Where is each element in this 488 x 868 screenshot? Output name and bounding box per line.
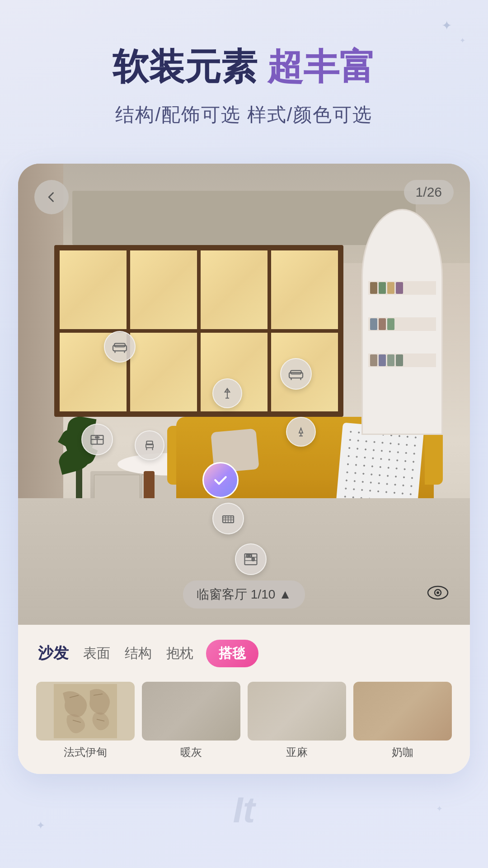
book-spine <box>379 318 386 330</box>
svg-point-14 <box>98 437 99 438</box>
hotspot-cabinet[interactable] <box>81 424 113 455</box>
book-spine <box>387 282 394 294</box>
window-area <box>54 245 343 417</box>
counter-text: 1/26 <box>416 184 442 199</box>
window-pane <box>128 331 199 413</box>
counter-badge: 1/26 <box>404 180 454 204</box>
table-lamp-icon <box>294 425 308 439</box>
svg-rect-31 <box>249 555 252 557</box>
window-pane <box>128 249 199 331</box>
shelf-row <box>368 354 436 367</box>
book-spine <box>387 318 394 330</box>
svg-rect-32 <box>252 558 254 561</box>
floor-lamp-icon <box>220 386 235 401</box>
sparkle-bottom-right-icon: ✦ <box>436 804 443 814</box>
svg-point-13 <box>95 437 97 438</box>
tab-surface[interactable]: 表面 <box>81 641 112 666</box>
bookshelf <box>361 209 443 435</box>
hotspot-sofa-1[interactable] <box>104 331 136 363</box>
swatch-row: 法式伊甸 暖灰 亚麻 奶咖 <box>36 682 452 760</box>
window-pane <box>58 249 128 331</box>
swatch-label-linen: 亚麻 <box>248 745 346 760</box>
swatch-label-warm-gray: 暖灰 <box>142 745 240 760</box>
rug-icon <box>220 510 236 527</box>
scene-label[interactable]: 临窗客厅 1/10 ▲ <box>183 580 305 609</box>
book-spine <box>370 354 377 366</box>
scene-label-arrow: ▲ <box>279 587 291 602</box>
bottom-area: It <box>0 774 488 846</box>
bottom-panel: 沙发 表面 结构 抱枕 搭毯 <box>18 625 470 774</box>
back-arrow-icon <box>45 191 58 203</box>
main-card: 1/26 临窗客厅 1/10 ▲ 沙发 <box>18 164 470 774</box>
hotspot-sofa-2[interactable] <box>280 358 312 390</box>
tab-row: 沙发 表面 结构 抱枕 搭毯 <box>36 639 452 667</box>
svg-rect-30 <box>247 555 249 557</box>
main-title: 软装元素 超丰富 <box>27 45 461 89</box>
check-icon <box>211 471 230 489</box>
tiger-pattern <box>54 684 117 738</box>
title-dark: 软装元素 <box>113 47 257 87</box>
hotspot-check[interactable] <box>202 462 239 498</box>
bookshelf-icon <box>243 551 259 567</box>
hotspot-chair[interactable] <box>135 430 164 460</box>
shelf-row <box>368 281 436 295</box>
tab-blanket[interactable]: 搭毯 <box>206 640 258 667</box>
eye-button[interactable] <box>422 577 454 609</box>
scene-label-text: 临窗客厅 1/10 <box>197 586 275 603</box>
book-spine <box>379 282 386 294</box>
back-button[interactable] <box>34 180 69 214</box>
hotspot-bookshelf[interactable] <box>235 543 267 575</box>
header-section: 软装元素 超丰富 结构/配饰可选 样式/颜色可选 <box>0 0 488 146</box>
book-spine <box>396 282 403 294</box>
hotspot-rug[interactable] <box>212 503 244 534</box>
window-pane <box>269 249 340 331</box>
sparkle-bottom-left-icon: ✦ <box>36 819 45 832</box>
swatch-linen[interactable]: 亚麻 <box>248 682 346 760</box>
book-spine <box>379 354 386 366</box>
book-spine <box>370 282 377 294</box>
sofa-icon-2 <box>288 366 304 382</box>
chair-icon <box>142 438 157 453</box>
shelf-row <box>368 317 436 331</box>
room-container: 1/26 临窗客厅 1/10 ▲ <box>18 164 470 625</box>
book-spine <box>387 354 394 366</box>
svg-point-35 <box>436 591 439 594</box>
book-spine <box>370 318 377 330</box>
eye-icon <box>426 585 450 601</box>
window-pane <box>199 249 269 331</box>
swatch-label-french: 法式伊甸 <box>36 745 135 760</box>
tab-sofa[interactable]: 沙发 <box>36 639 70 667</box>
swatch-milk-coffee[interactable]: 奶咖 <box>353 682 452 760</box>
hotspot-table-lamp[interactable] <box>286 417 316 447</box>
title-purple: 超丰富 <box>267 47 375 87</box>
swatch-french[interactable]: 法式伊甸 <box>36 682 135 760</box>
swatch-warm-gray[interactable]: 暖灰 <box>142 682 240 760</box>
tab-structure[interactable]: 结构 <box>123 641 154 666</box>
hotspot-floor-lamp[interactable] <box>212 378 242 408</box>
cabinet-icon <box>89 431 105 448</box>
it-text: It <box>233 789 255 831</box>
room-scene <box>18 164 470 625</box>
subtitle: 结构/配饰可选 样式/颜色可选 <box>27 102 461 127</box>
swatch-label-milk-coffee: 奶咖 <box>353 745 452 760</box>
sofa-icon <box>112 339 128 355</box>
tab-pillow[interactable]: 抱枕 <box>164 641 195 666</box>
book-spine <box>396 354 403 366</box>
